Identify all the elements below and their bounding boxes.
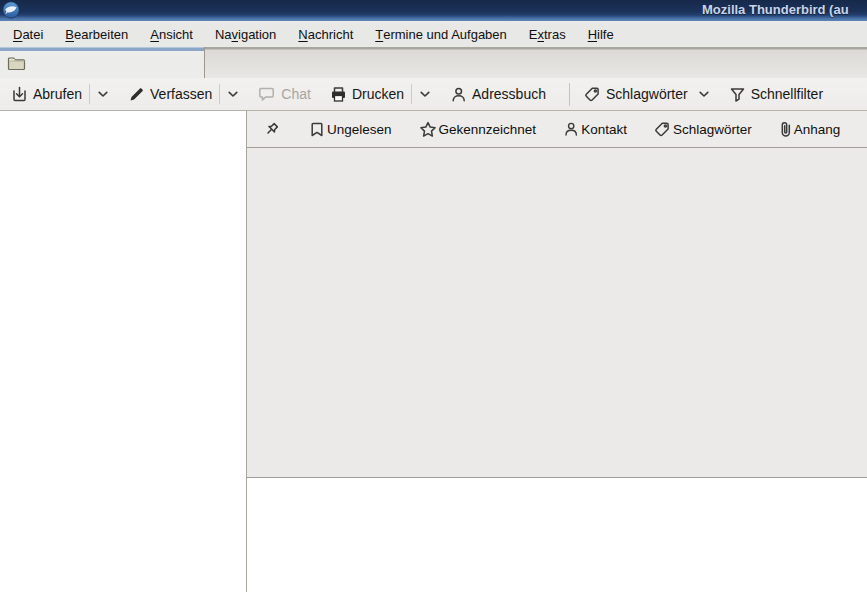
split-button-separator bbox=[411, 84, 412, 104]
folder-icon bbox=[7, 55, 26, 71]
thunderbird-icon bbox=[2, 1, 20, 19]
quick-filter-label: Schnellfilter bbox=[751, 86, 823, 102]
chevron-down-icon bbox=[228, 91, 238, 98]
compose-label: Verfassen bbox=[150, 86, 212, 102]
filter-contact-label: Kontakt bbox=[581, 122, 627, 137]
get-messages-dropdown[interactable] bbox=[92, 91, 114, 98]
compose-button[interactable]: Verfassen bbox=[123, 86, 217, 103]
tags-label: Schlagwörter bbox=[606, 86, 688, 102]
split-button-separator bbox=[89, 84, 90, 104]
folder-tab[interactable] bbox=[0, 47, 205, 78]
title-bar: Mozilla Thunderbird (au bbox=[0, 0, 867, 21]
filter-tags-button[interactable]: Schlagwörter bbox=[654, 121, 752, 138]
compose-dropdown[interactable] bbox=[222, 91, 244, 98]
chevron-down-icon bbox=[98, 91, 108, 98]
tag-icon bbox=[584, 86, 601, 103]
filter-contact-button[interactable]: Kontakt bbox=[563, 121, 627, 137]
main-content: Ungelesen Gekennzeichnet Kontakt Schlagw… bbox=[0, 111, 867, 592]
tab-bar-empty-space bbox=[205, 47, 867, 78]
attachment-icon bbox=[779, 121, 792, 138]
menu-item-nachricht[interactable]: Nachricht bbox=[287, 21, 364, 47]
filter-starred-label: Gekennzeichnet bbox=[439, 122, 537, 137]
filter-unread-label: Ungelesen bbox=[327, 122, 392, 137]
print-label: Drucken bbox=[352, 86, 404, 102]
filter-starred-button[interactable]: Gekennzeichnet bbox=[419, 121, 537, 138]
tags-dropdown[interactable] bbox=[693, 91, 715, 98]
message-pane bbox=[247, 478, 867, 592]
filter-unread-button[interactable]: Ungelesen bbox=[309, 121, 392, 138]
pin-icon bbox=[263, 121, 280, 138]
print-dropdown[interactable] bbox=[414, 91, 436, 98]
menu-item-hilfe[interactable]: Hilfe bbox=[577, 21, 625, 47]
get-messages-button[interactable]: Abrufen bbox=[6, 86, 87, 103]
menubar: DateiBearbeitenAnsichtNavigationNachrich… bbox=[0, 21, 867, 47]
split-button-separator bbox=[219, 84, 220, 104]
chat-button: Chat bbox=[253, 86, 316, 102]
menu-item-termine-und-aufgaben[interactable]: Termine und Aufgaben bbox=[364, 21, 518, 47]
print-icon bbox=[330, 86, 347, 103]
filter-tags-label: Schlagwörter bbox=[673, 122, 752, 137]
toolbar-separator bbox=[569, 83, 570, 106]
compose-icon bbox=[128, 86, 145, 103]
filter-attachment-button[interactable]: Anhang bbox=[779, 121, 841, 138]
mail-toolbar: Abrufen Verfassen Chat Drucken Adressbuc… bbox=[0, 78, 867, 111]
sticky-filter-button[interactable] bbox=[260, 121, 283, 138]
star-icon bbox=[419, 121, 437, 138]
tags-button[interactable]: Schlagwörter bbox=[579, 86, 693, 103]
menu-item-ansicht[interactable]: Ansicht bbox=[139, 21, 204, 47]
unread-icon bbox=[309, 121, 325, 138]
chat-label: Chat bbox=[281, 86, 311, 102]
tag-icon bbox=[654, 121, 671, 138]
get-mail-icon bbox=[11, 86, 28, 103]
menu-item-navigation[interactable]: Navigation bbox=[204, 21, 287, 47]
menu-item-datei[interactable]: Datei bbox=[2, 21, 54, 47]
contact-icon bbox=[563, 121, 579, 137]
address-book-button[interactable]: Adressbuch bbox=[445, 86, 551, 103]
funnel-icon bbox=[729, 86, 746, 103]
menu-item-bearbeiten[interactable]: Bearbeiten bbox=[54, 21, 139, 47]
chevron-down-icon bbox=[699, 91, 709, 98]
tab-bar bbox=[0, 47, 867, 78]
filter-attachment-label: Anhang bbox=[794, 122, 841, 137]
chevron-down-icon bbox=[420, 91, 430, 98]
quick-filter-button[interactable]: Schnellfilter bbox=[724, 86, 828, 103]
window-title: Mozilla Thunderbird (au bbox=[702, 2, 849, 17]
menu-item-extras[interactable]: Extras bbox=[518, 21, 577, 47]
print-button[interactable]: Drucken bbox=[325, 86, 409, 103]
chat-icon bbox=[258, 86, 276, 102]
address-book-icon bbox=[450, 86, 467, 103]
address-book-label: Adressbuch bbox=[472, 86, 546, 102]
get-messages-label: Abrufen bbox=[33, 86, 82, 102]
quick-filter-bar: Ungelesen Gekennzeichnet Kontakt Schlagw… bbox=[247, 111, 867, 148]
folder-pane bbox=[0, 111, 247, 592]
right-pane: Ungelesen Gekennzeichnet Kontakt Schlagw… bbox=[247, 111, 867, 592]
thread-pane bbox=[247, 148, 867, 478]
